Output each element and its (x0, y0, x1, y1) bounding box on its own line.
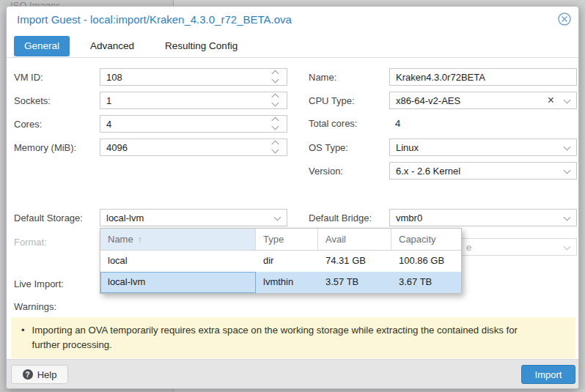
column-header-name[interactable]: Name↑ (100, 229, 256, 250)
warnings-label: Warnings: (14, 301, 56, 312)
background-tab-label: ISO Images (10, 0, 61, 6)
warning-text: Importing an OVA temporarily requires ex… (32, 323, 545, 352)
memory-input[interactable]: 4096 (100, 138, 287, 156)
vm-id-spinner[interactable] (273, 71, 282, 84)
format-label: Format: (14, 237, 47, 248)
default-storage-combobox[interactable]: local-lvm (100, 209, 287, 226)
cpu-type-dropdown-icon[interactable] (564, 97, 571, 104)
tab-general[interactable]: General (14, 36, 70, 56)
sockets-spinner[interactable] (273, 95, 282, 108)
tab-advanced[interactable]: Advanced (80, 36, 144, 56)
import-guest-dialog: Import Guest - local:import/Kraken_4.3.0… (6, 6, 579, 389)
sockets-label: Sockets: (14, 95, 51, 106)
total-cores-label: Total cores: (309, 118, 357, 129)
default-storage-label: Default Storage: (14, 212, 83, 223)
tab-resulting-config[interactable]: Resulting Config (155, 36, 248, 56)
sort-asc-icon: ↑ (138, 234, 142, 245)
memory-label: Memory (MiB): (14, 142, 76, 153)
background-masked-app-bottom (0, 389, 585, 392)
live-import-label: Live Import: (14, 278, 64, 289)
dialog-title: Import Guest - local:import/Kraken_4.3.0… (17, 13, 292, 26)
storage-dropdown-grid: Name↑ Type Avail Capacity local dir 74.3… (100, 228, 462, 294)
total-cores-value: 4 (395, 118, 400, 129)
name-input[interactable]: Kraken4.3.0r72BETA (389, 68, 577, 86)
help-button-label: Help (37, 369, 57, 380)
column-header-avail[interactable]: Avail (318, 229, 391, 250)
os-type-dropdown-icon[interactable] (564, 144, 571, 151)
name-label: Name: (309, 72, 336, 83)
storage-grid-header: Name↑ Type Avail Capacity (100, 229, 461, 251)
cpu-type-label: CPU Type: (309, 95, 355, 106)
warning-box: • Importing an OVA temporarily requires … (11, 317, 575, 358)
obscured-dropdown-icon (564, 243, 571, 251)
storage-row-local-lvm[interactable]: local-lvm lvmthin 3.57 TB 3.67 TB (100, 272, 461, 293)
column-header-capacity[interactable]: Capacity (391, 229, 461, 250)
cores-spinner[interactable] (273, 118, 282, 131)
default-bridge-dropdown-icon[interactable] (564, 214, 571, 221)
dialog-tabbar: General Advanced Resulting Config (14, 36, 248, 56)
background-left-panel: ISO Images (0, 0, 174, 6)
help-button[interactable]: ? Help (11, 365, 68, 384)
cores-input[interactable]: 4 (100, 115, 287, 133)
vm-id-label: VM ID: (14, 72, 43, 83)
version-dropdown-icon[interactable] (564, 167, 571, 174)
sockets-input[interactable]: 1 (100, 92, 287, 109)
dialog-footer: ? Help Import (7, 359, 579, 388)
cores-label: Cores: (14, 119, 42, 130)
version-combobox[interactable]: 6.x - 2.6 Kernel (389, 162, 577, 180)
vm-id-input[interactable]: 108 (100, 68, 287, 86)
tabbar-separator (7, 57, 579, 58)
warning-bullet: • (21, 323, 25, 352)
storage-row-local[interactable]: local dir 74.31 GB 100.86 GB (100, 251, 461, 272)
column-header-type[interactable]: Type (256, 229, 318, 250)
import-button-label: Import (535, 369, 562, 380)
default-storage-dropdown-icon[interactable] (274, 214, 282, 221)
background-left-panel-bottom (0, 389, 174, 392)
close-icon[interactable] (557, 12, 572, 26)
default-bridge-combobox[interactable]: vmbr0 (389, 209, 577, 226)
background-masked-app: ISO Images (0, 0, 585, 6)
help-question-icon: ? (23, 369, 33, 380)
import-button[interactable]: Import (521, 365, 575, 384)
os-type-label: OS Type: (309, 142, 348, 153)
os-type-combobox[interactable]: Linux (389, 138, 577, 156)
version-label: Version: (309, 166, 343, 177)
memory-spinner[interactable] (273, 141, 282, 155)
cpu-type-combobox[interactable]: x86-64-v2-AES × (389, 92, 577, 109)
default-bridge-label: Default Bridge: (309, 212, 372, 223)
cpu-type-clear-icon[interactable]: × (548, 94, 554, 107)
